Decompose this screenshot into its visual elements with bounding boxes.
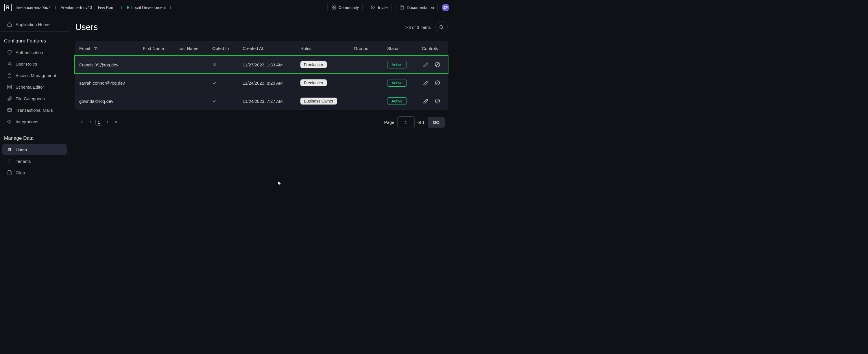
project-name: FreelancerIncv40 xyxy=(61,5,92,10)
documentation-button[interactable]: Documentation xyxy=(396,3,438,12)
sidebar-item-home[interactable]: Application Home xyxy=(2,19,67,30)
cell-email: govinda@roq.dev xyxy=(79,99,143,104)
sidebar-item-integrations[interactable]: Integrations xyxy=(2,116,67,127)
sidebar-item-authentication[interactable]: Authentication xyxy=(2,47,67,58)
invite-button[interactable]: Invite xyxy=(367,3,391,12)
pagination-page-1[interactable]: 1 xyxy=(95,119,102,126)
page-of: of 1 xyxy=(417,120,425,125)
svg-rect-8 xyxy=(7,85,9,86)
col-opted-in[interactable]: Opted In xyxy=(212,46,243,51)
item-count: 1-3 of 3 items xyxy=(404,25,431,30)
col-first-name[interactable]: First Name xyxy=(143,46,178,51)
svg-rect-9 xyxy=(10,85,11,86)
plan-badge: Free Plan xyxy=(95,5,116,10)
edit-icon[interactable] xyxy=(423,98,429,104)
invite-label: Invite xyxy=(378,5,388,10)
col-controls: Controls xyxy=(422,46,451,51)
paperclip-icon xyxy=(7,96,12,101)
sidebar-item-user-roles[interactable]: User Roles xyxy=(2,58,67,69)
sidebar-item-access-management[interactable]: Access Management xyxy=(2,70,67,81)
status-chip: Active xyxy=(387,61,407,68)
sidebar-item-file-categories[interactable]: File Categories xyxy=(2,93,67,104)
file-icon xyxy=(7,170,12,175)
status-chip: Active xyxy=(387,97,407,105)
lock-icon xyxy=(7,73,12,78)
filter-icon[interactable] xyxy=(94,46,98,50)
logo[interactable]: R xyxy=(4,4,11,11)
table-row[interactable]: Francis.99@roq.dev11/27/2023, 1:33 AMFre… xyxy=(74,56,448,74)
svg-point-6 xyxy=(9,62,10,64)
ban-icon[interactable] xyxy=(435,98,440,104)
page-label: Page xyxy=(384,120,394,125)
sidebar-item-tenants[interactable]: Tenants xyxy=(2,156,67,167)
role-chip: Freelancer xyxy=(301,79,327,86)
col-status[interactable]: Status xyxy=(387,46,422,51)
sidebar-item-label: Access Management xyxy=(16,73,56,78)
org-name: freelancer-inc-05c7 xyxy=(16,5,50,10)
svg-rect-3 xyxy=(334,8,335,9)
x-icon xyxy=(212,62,243,67)
col-email[interactable]: Email xyxy=(79,46,90,51)
check-icon xyxy=(212,80,243,85)
avatar[interactable]: EP xyxy=(442,4,449,11)
sidebar-item-label: File Categories xyxy=(16,96,45,101)
svg-rect-0 xyxy=(332,6,333,7)
svg-rect-15 xyxy=(8,159,11,163)
user-icon xyxy=(7,61,12,66)
table-row[interactable]: sarrah.connor@roq.dev11/24/2023, 8:20 AM… xyxy=(74,74,448,92)
sidebar-item-label: Application Home xyxy=(16,22,50,27)
sidebar-item-files[interactable]: Files xyxy=(2,167,67,178)
cursor-icon xyxy=(278,181,282,186)
sidebar-item-schema-editor[interactable]: Schema Editor xyxy=(2,81,67,93)
page-input[interactable] xyxy=(397,116,415,128)
col-roles[interactable]: Roles xyxy=(301,46,354,51)
cell-email: Francis.99@roq.dev xyxy=(79,62,143,67)
pagination-last[interactable] xyxy=(113,119,120,126)
search-button[interactable] xyxy=(435,21,447,33)
table-row[interactable]: govinda@roq.dev11/24/2023, 7:27 AMBusine… xyxy=(74,92,448,110)
status-dot-icon xyxy=(127,6,129,9)
cell-created-at: 11/24/2023, 7:27 AM xyxy=(243,99,301,104)
pagination-prev[interactable] xyxy=(87,119,94,126)
sidebar-item-users[interactable]: Users xyxy=(2,144,67,155)
chevron-left-icon xyxy=(89,120,92,124)
pagination-next[interactable] xyxy=(104,119,111,126)
sidebar-item-label: Transactional Mails xyxy=(16,108,53,113)
users-table: Email First Name Last Name Opted In Crea… xyxy=(74,41,448,110)
ban-icon[interactable] xyxy=(435,62,440,68)
svg-rect-7 xyxy=(8,75,11,77)
svg-rect-1 xyxy=(334,6,335,7)
sidebar-item-label: Integrations xyxy=(16,119,38,124)
project-switcher[interactable]: FreelancerIncv40 Free Plan ▲▼ xyxy=(61,5,123,10)
edit-icon[interactable] xyxy=(423,80,429,86)
go-button[interactable]: GO xyxy=(428,117,445,128)
role-chip: Freelancer xyxy=(301,61,327,68)
org-switcher[interactable]: freelancer-inc-05c7 ▲▼ xyxy=(16,5,57,10)
mail-icon xyxy=(7,107,12,113)
grid-icon xyxy=(7,84,12,90)
col-created-at[interactable]: Created At xyxy=(243,46,301,51)
shield-icon xyxy=(7,50,12,55)
edit-icon[interactable] xyxy=(423,62,429,68)
svg-rect-2 xyxy=(332,8,333,9)
ban-icon[interactable] xyxy=(435,80,440,86)
role-chip: Business Owner xyxy=(301,98,337,105)
col-last-name[interactable]: Last Name xyxy=(178,46,212,51)
pagination-first[interactable] xyxy=(78,119,85,126)
home-icon xyxy=(7,22,12,27)
cell-created-at: 11/27/2023, 1:33 AM xyxy=(243,62,301,67)
status-chip: Active xyxy=(387,79,407,86)
chevrons-right-icon xyxy=(115,120,118,124)
puzzle-icon xyxy=(7,119,12,124)
chevrons-left-icon xyxy=(80,120,83,124)
svg-point-14 xyxy=(10,148,11,149)
col-groups[interactable]: Groups xyxy=(354,46,387,51)
env-switcher[interactable]: Local Development ▲▼ xyxy=(127,5,172,10)
community-button[interactable]: Community xyxy=(327,3,363,12)
slack-icon xyxy=(331,5,336,10)
svg-point-16 xyxy=(440,26,443,29)
avatar-initials: EP xyxy=(443,6,448,9)
sidebar-item-transactional-mails[interactable]: Transactional Mails xyxy=(2,105,67,115)
svg-point-13 xyxy=(8,148,10,149)
chevron-updown-icon: ▲▼ xyxy=(120,6,123,9)
